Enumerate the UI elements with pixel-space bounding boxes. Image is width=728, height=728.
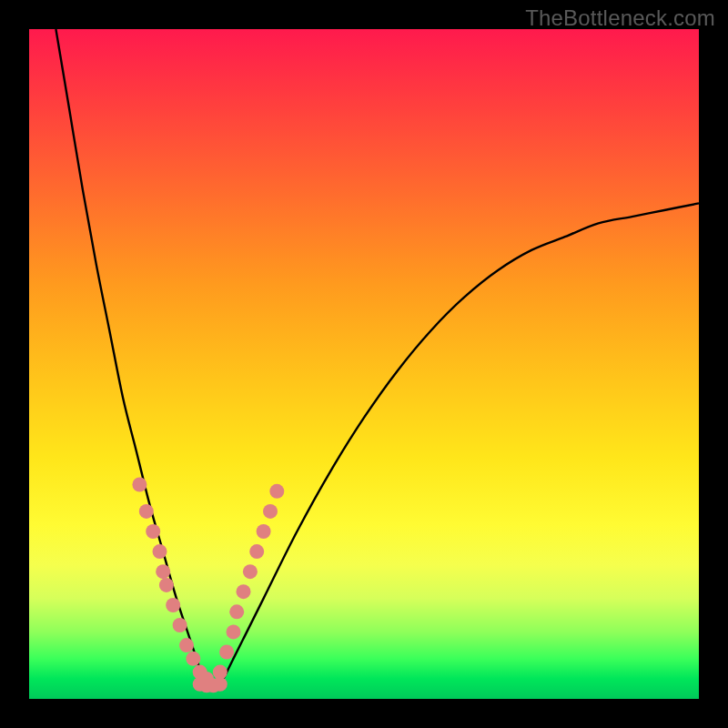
data-dot: [186, 652, 200, 666]
watermark-text: TheBottleneck.com: [525, 5, 715, 31]
data-dot: [132, 478, 147, 492]
plot-area: [29, 29, 699, 699]
data-dot: [156, 564, 170, 579]
data-dot: [269, 484, 284, 499]
data-dot: [219, 645, 234, 660]
data-dot: [237, 584, 251, 599]
data-dot: [153, 544, 167, 559]
data-dot: [179, 638, 194, 652]
data-dot: [263, 504, 278, 519]
left-dots: [132, 478, 214, 686]
data-dot: [159, 578, 174, 592]
data-dot: [213, 677, 228, 692]
chart-frame: TheBottleneck.com: [0, 0, 728, 728]
data-dot: [227, 624, 241, 639]
right-curve: [217, 203, 699, 685]
right-dots: [213, 484, 284, 680]
data-dot: [249, 544, 264, 559]
data-dot: [257, 524, 271, 539]
data-dot: [139, 504, 154, 519]
data-dot: [173, 618, 187, 632]
data-dot: [146, 524, 160, 539]
curve-layer: [29, 29, 699, 699]
data-dot: [166, 598, 180, 612]
data-dot: [229, 604, 244, 619]
bottom-dots: [193, 677, 228, 693]
left-curve: [56, 29, 209, 685]
data-dot: [243, 564, 258, 579]
